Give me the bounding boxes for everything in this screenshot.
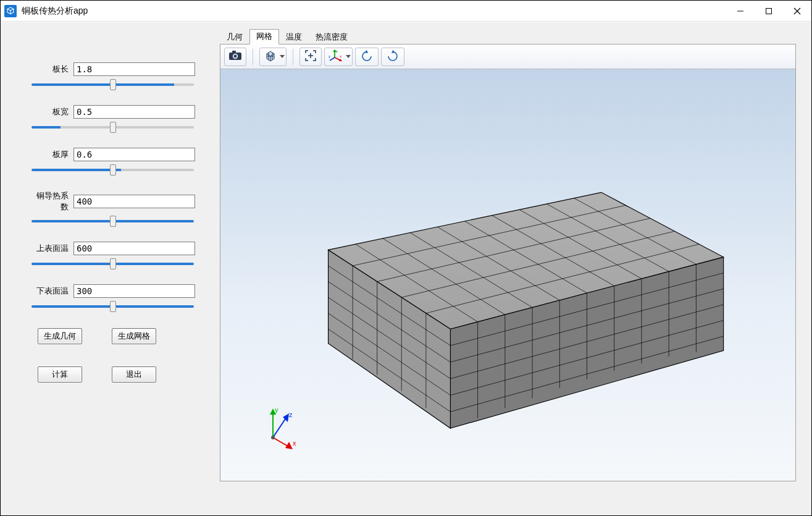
- svg-rect-5: [232, 51, 236, 53]
- app-icon: [4, 5, 17, 17]
- param-length: 板长: [30, 62, 195, 88]
- close-button[interactable]: [783, 1, 811, 22]
- svg-line-74: [273, 438, 289, 447]
- param-bottom-temp: 下表面温: [30, 284, 195, 310]
- chevron-down-icon: [346, 55, 351, 58]
- svg-point-25: [362, 52, 371, 61]
- view-panel: 几何 网格 温度 热流密度: [220, 22, 811, 515]
- camera-icon: [228, 50, 242, 63]
- compute-button[interactable]: 计算: [38, 366, 82, 383]
- fit-view-icon: [304, 49, 317, 64]
- view-tabs: 几何 网格 温度 热流密度: [220, 31, 796, 44]
- param-top-temp-slider[interactable]: [31, 263, 194, 265]
- param-width: 板宽: [30, 105, 195, 130]
- svg-line-71: [273, 417, 287, 438]
- tab-mesh[interactable]: 网格: [249, 29, 279, 44]
- titlebar: 铜板传热分析app: [1, 1, 811, 22]
- param-length-label: 板长: [30, 64, 70, 75]
- param-conductivity-input[interactable]: [73, 195, 195, 208]
- tab-temperature[interactable]: 温度: [279, 30, 309, 44]
- svg-text:y: y: [329, 54, 330, 58]
- window-title: 铜板传热分析app: [22, 6, 88, 17]
- param-thickness-slider[interactable]: [31, 169, 194, 171]
- param-conductivity: 铜导热系数: [30, 190, 195, 224]
- svg-line-21: [330, 57, 335, 61]
- param-bottom-temp-slider[interactable]: [31, 305, 194, 308]
- svg-text:x: x: [340, 54, 341, 58]
- axis-triad: y z x: [254, 404, 304, 453]
- zoom-extents-button[interactable]: [299, 48, 322, 66]
- client-area: 板长 板宽 板厚 铜导: [1, 22, 811, 515]
- svg-point-7: [234, 55, 237, 58]
- rotate-right-button[interactable]: [381, 48, 404, 66]
- rotate-left-button[interactable]: [355, 48, 379, 66]
- param-bottom-temp-input[interactable]: [73, 284, 195, 298]
- param-length-input[interactable]: [73, 62, 195, 76]
- param-bottom-temp-label: 下表面温: [30, 285, 70, 297]
- chevron-down-icon: [280, 55, 285, 58]
- maximize-button[interactable]: [755, 1, 783, 22]
- param-top-temp-label: 上表面温: [30, 243, 70, 254]
- svg-rect-1: [766, 8, 772, 14]
- 3d-viewport[interactable]: y z x: [220, 69, 795, 481]
- view-frame: z x y: [220, 44, 796, 481]
- param-width-label: 板宽: [30, 106, 70, 117]
- view-toolbar: z x y: [220, 44, 795, 69]
- mesh-block: [220, 69, 795, 481]
- snapshot-button[interactable]: [224, 48, 246, 66]
- svg-text:y: y: [275, 406, 278, 413]
- param-length-slider[interactable]: [31, 83, 194, 86]
- generate-mesh-button[interactable]: 生成网格: [112, 328, 156, 344]
- param-top-temp: 上表面温: [30, 242, 195, 267]
- param-conductivity-label: 铜导热系数: [30, 190, 70, 213]
- param-thickness-input[interactable]: [73, 148, 195, 161]
- param-width-slider[interactable]: [31, 126, 194, 129]
- minimize-button[interactable]: [726, 1, 755, 22]
- param-top-temp-input[interactable]: [73, 242, 195, 255]
- rotate-cw-icon: [385, 49, 400, 64]
- param-thickness: 板厚: [30, 148, 195, 173]
- view-orientation-button[interactable]: z x y: [324, 48, 353, 66]
- param-conductivity-slider[interactable]: [31, 220, 194, 222]
- tab-geometry[interactable]: 几何: [220, 30, 249, 44]
- svg-text:z: z: [336, 49, 338, 53]
- svg-text:z: z: [289, 411, 293, 418]
- app-window: 铜板传热分析app 板长: [0, 0, 812, 516]
- svg-text:x: x: [293, 439, 296, 447]
- generate-geometry-button[interactable]: 生成几何: [38, 328, 82, 344]
- rotate-ccw-icon: [359, 49, 374, 64]
- display-mode-button[interactable]: [259, 48, 287, 66]
- parameter-panel: 板长 板宽 板厚 铜导: [1, 22, 220, 515]
- svg-point-77: [271, 436, 275, 439]
- param-width-input[interactable]: [73, 105, 195, 119]
- exit-button[interactable]: 退出: [112, 366, 156, 383]
- cube-wire-icon: [264, 49, 277, 64]
- axis-icon: z x y: [329, 49, 343, 64]
- param-thickness-label: 板厚: [30, 149, 70, 160]
- svg-point-27: [388, 52, 397, 61]
- tab-heatflux[interactable]: 热流密度: [309, 30, 354, 44]
